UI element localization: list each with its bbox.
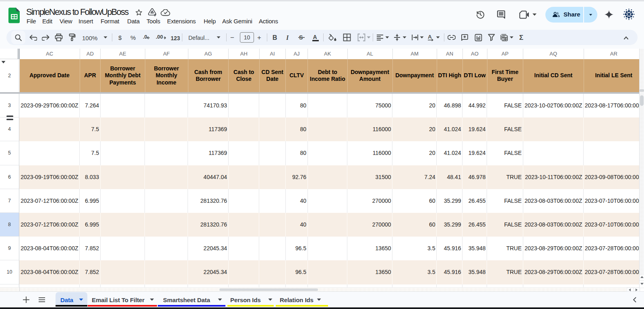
svg-text:.00: .00 bbox=[156, 34, 163, 40]
svg-text:A: A bbox=[428, 34, 432, 40]
svg-text:A: A bbox=[313, 34, 317, 40]
svg-text:.0: .0 bbox=[143, 34, 147, 40]
